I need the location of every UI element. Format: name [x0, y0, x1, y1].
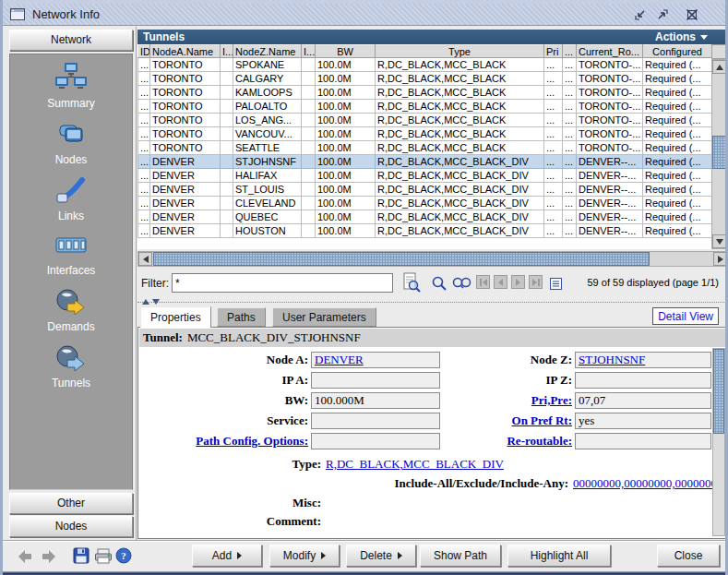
table-row[interactable]: ...DENVERCLEVELAND100.0MR,DC_BLACK,MCC_B… — [138, 197, 712, 210]
column-header[interactable]: BW — [316, 45, 376, 58]
detail-view-button[interactable]: Detail View — [652, 307, 719, 325]
table-cell: ... — [138, 169, 150, 183]
titlebar[interactable]: Network Info — [3, 4, 725, 26]
service-field[interactable] — [311, 413, 440, 429]
type-label: Type: — [144, 457, 321, 472]
scroll-down-button[interactable] — [712, 234, 726, 248]
sidebar-item-tunnels[interactable]: Tunnels — [52, 343, 90, 389]
properties-scrollbar[interactable] — [712, 348, 725, 536]
table-row[interactable]: ...DENVERHOUSTON100.0MR,DC_BLACK,MCC_BLA… — [138, 224, 712, 238]
table-row[interactable]: ...DENVERQUEBEC100.0MR,DC_BLACK,MCC_BLAC… — [138, 210, 712, 224]
include-link[interactable]: 00000000,00000000,00000000 — [573, 476, 723, 491]
scroll-right-button[interactable] — [713, 252, 727, 266]
show-path-button[interactable]: Show Path — [420, 545, 501, 567]
re-routable-label-link[interactable]: Re-routable: — [443, 434, 572, 449]
sidebar-item-nodes[interactable]: Nodes — [54, 120, 88, 166]
column-header[interactable]: Pri — [544, 45, 563, 58]
ip-z-field[interactable] — [575, 372, 711, 389]
print-icon[interactable] — [94, 547, 113, 569]
node-a-field[interactable]: DENVER — [311, 352, 440, 368]
sidebar-item-links[interactable]: Links — [54, 176, 88, 222]
column-header[interactable]: NodeA.Name — [150, 45, 221, 58]
minimize-button[interactable] — [632, 6, 648, 22]
type-link[interactable]: R,DC_BLACK,MCC_BLACK_DIV — [326, 457, 504, 472]
tab-user-parameters[interactable]: User Parameters — [272, 307, 376, 327]
add-button[interactable]: Add — [192, 545, 262, 567]
column-header[interactable]: ... — [563, 45, 577, 58]
sidebar-item-demands[interactable]: Demands — [47, 287, 94, 333]
properties-scroll-thumb[interactable] — [713, 349, 724, 434]
on-pref-rt-field[interactable]: yes — [575, 413, 711, 429]
pri-pre-field[interactable]: 07,07 — [575, 392, 711, 409]
sidebar-item-summary[interactable]: Summary — [47, 62, 94, 110]
re-routable-field[interactable] — [575, 433, 711, 449]
on-pref-rt-label-link[interactable]: On Pref Rt: — [443, 413, 572, 428]
horizontal-scroll-thumb[interactable] — [153, 252, 650, 266]
collapse-up-icon[interactable] — [142, 299, 149, 305]
first-page-button[interactable] — [476, 275, 490, 289]
forward-arrow-icon[interactable] — [40, 547, 58, 569]
nodes-category-button[interactable]: Nodes — [9, 516, 133, 537]
path-config-field[interactable] — [311, 433, 440, 449]
add-button-label: Add — [212, 549, 232, 562]
table-row[interactable]: ...TORONTOVANCOUV...100.0MR,DC_BLACK,MCC… — [138, 127, 712, 141]
column-header[interactable]: Current_Ro... — [577, 45, 643, 58]
table-row[interactable]: ...TORONTOCALGARY100.0MR,DC_BLACK,MCC_BL… — [138, 72, 712, 86]
highlight-all-button[interactable]: Highlight All — [507, 545, 611, 567]
sidebar-item-interfaces[interactable]: Interfaces — [47, 233, 96, 277]
other-category-button[interactable]: Other — [9, 493, 133, 514]
node-z-field[interactable]: STJOHNSNF — [575, 352, 711, 368]
table-horizontal-scrollbar[interactable] — [137, 251, 728, 267]
actions-menu[interactable]: Actions — [655, 30, 708, 43]
bw-field[interactable]: 100.000M — [311, 392, 440, 409]
back-arrow-icon[interactable] — [16, 547, 34, 569]
split-divider[interactable] — [137, 298, 728, 306]
column-header[interactable]: ID — [138, 45, 150, 58]
help-icon[interactable]: ? — [115, 547, 132, 568]
tab-paths[interactable]: Paths — [217, 307, 266, 327]
save-icon[interactable] — [73, 547, 90, 568]
table-row[interactable]: ...TORONTOLOS_ANG...100.0MR,DC_BLACK,MCC… — [138, 114, 712, 127]
previous-page-button[interactable] — [494, 275, 507, 289]
table-vertical-scrollbar[interactable] — [711, 59, 727, 249]
table-cell: ... — [544, 141, 563, 155]
delete-button[interactable]: Delete — [346, 545, 416, 567]
table-row[interactable]: ...TORONTOPALOALTO100.0MR,DC_BLACK,MCC_B… — [138, 100, 712, 114]
table-cell: Required (... — [643, 155, 712, 169]
close-button[interactable] — [684, 6, 699, 22]
table-row[interactable]: ...DENVERSTJOHNSNF100.0MR,DC_BLACK,MCC_B… — [138, 155, 712, 169]
scroll-left-button[interactable] — [138, 252, 152, 266]
table-row[interactable]: ...TORONTOSEATTLE100.0MR,DC_BLACK,MCC_BL… — [138, 141, 712, 155]
vertical-scroll-thumb[interactable] — [712, 136, 726, 169]
collapse-down-icon[interactable] — [152, 299, 160, 305]
pri-pre-label-link[interactable]: Pri,Pre: — [443, 393, 572, 408]
list-view-icon[interactable] — [550, 277, 562, 293]
include-label: Include-All/Exclude/Include-Any: — [144, 476, 568, 491]
detail-tabs: Properties Paths User Parameters Detail … — [137, 306, 728, 327]
table-row[interactable]: ...TORONTOSPOKANE100.0MR,DC_BLACK,MCC_BL… — [138, 58, 712, 72]
node-z-link[interactable]: STJOHNSNF — [579, 353, 645, 366]
close-dialog-button[interactable]: Close — [657, 545, 720, 567]
table-row[interactable]: ...DENVERST_LOUIS100.0MR,DC_BLACK,MCC_BL… — [138, 183, 712, 197]
find-in-page-icon[interactable] — [401, 272, 422, 297]
scroll-up-button[interactable] — [712, 60, 726, 74]
maximize-button[interactable] — [654, 6, 670, 22]
column-header[interactable]: Configured — [643, 45, 712, 58]
modify-button[interactable]: Modify — [269, 545, 340, 567]
column-header[interactable]: NodeZ.Name — [233, 45, 302, 58]
ip-a-field[interactable] — [311, 372, 440, 389]
table-row[interactable]: ...DENVERHALIFAX100.0MR,DC_BLACK,MCC_BLA… — [138, 169, 712, 183]
zoom-icon[interactable] — [431, 275, 448, 295]
network-category-button[interactable]: Network — [9, 30, 133, 51]
tab-properties[interactable]: Properties — [140, 306, 211, 328]
next-page-button[interactable] — [511, 275, 525, 289]
column-header[interactable]: I... — [221, 45, 233, 58]
node-a-link[interactable]: DENVER — [315, 353, 364, 366]
column-header[interactable]: I... — [302, 45, 316, 58]
column-header[interactable]: Type — [376, 45, 544, 58]
path-config-options-link[interactable]: Path Config. Options: — [144, 434, 308, 449]
table-row[interactable]: ...TORONTOKAMLOOPS100.0MR,DC_BLACK,MCC_B… — [138, 86, 712, 100]
zoom-selection-icon[interactable] — [451, 275, 473, 295]
filter-input[interactable] — [172, 273, 393, 293]
last-page-button[interactable] — [529, 275, 543, 289]
